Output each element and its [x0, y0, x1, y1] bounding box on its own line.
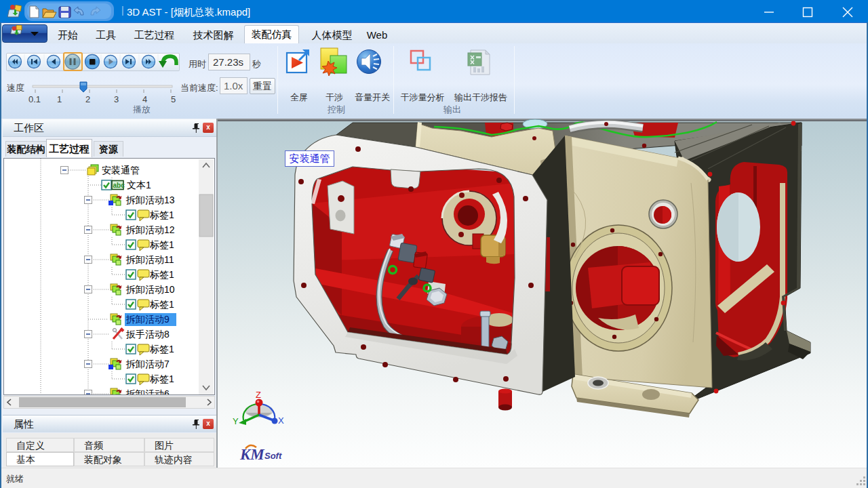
svg-text:标签1: 标签1 [149, 269, 174, 280]
svg-text:标签1: 标签1 [149, 373, 174, 384]
svg-text:标签1: 标签1 [149, 239, 174, 250]
svg-text:拆卸活动6: 拆卸活动6 [125, 388, 170, 395]
svg-text:abc: abc [113, 182, 125, 189]
svg-text:X: X [278, 415, 284, 426]
svg-text:文本1: 文本1 [127, 180, 151, 190]
svg-text:Z: Z [256, 390, 261, 400]
svg-text:拆卸活动10: 拆卸活动10 [125, 284, 175, 295]
svg-text:标签1: 标签1 [149, 344, 174, 354]
svg-text:KM: KM [239, 446, 265, 463]
svg-text:拆卸活动7: 拆卸活动7 [125, 359, 170, 369]
svg-text:Y: Y [233, 416, 239, 426]
svg-text:安装通管: 安装通管 [102, 165, 140, 176]
svg-text:拆卸活动11: 拆卸活动11 [125, 254, 174, 265]
svg-text:标签1: 标签1 [149, 299, 174, 310]
svg-text:拆卸活动13: 拆卸活动13 [125, 195, 175, 205]
svg-text:扳手活动8: 扳手活动8 [125, 329, 170, 340]
svg-text:拆卸活动12: 拆卸活动12 [125, 224, 175, 235]
svg-text:Soft: Soft [264, 451, 282, 461]
svg-text:标签1: 标签1 [149, 209, 174, 220]
svg-text:拆卸活动9: 拆卸活动9 [125, 314, 170, 325]
